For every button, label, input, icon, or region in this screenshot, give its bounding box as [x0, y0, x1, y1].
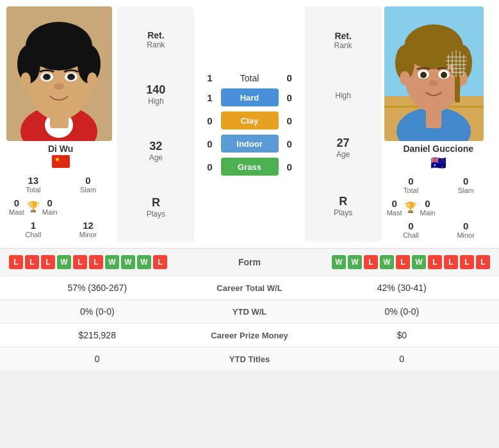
stats-left-val: 57% (360-267): [9, 283, 186, 293]
stats-left-val: 0% (0-0): [9, 306, 186, 317]
stats-left-val: 0: [9, 354, 186, 364]
form-badge: L: [364, 255, 378, 269]
player-left-name: Di Wu: [6, 141, 115, 155]
svg-point-30: [429, 80, 438, 87]
surface-total-row: 1 Total 0: [203, 72, 295, 83]
svg-point-14: [54, 83, 64, 90]
svg-point-13: [70, 75, 73, 78]
player-right-name: Daniel Guccione: [384, 141, 493, 155]
age-left: 32 Age: [149, 140, 163, 162]
player-right-col: Daniel Guccione 🇦🇺 0 Total 0 Slam 0: [384, 6, 493, 242]
stats-right-val: $0: [314, 330, 491, 340]
form-section: LLLWLLWWWL Form WWLWLWLLLL: [0, 248, 499, 276]
stats-right-val: 0: [314, 354, 491, 364]
stat-slam-right: 0 Slam: [439, 174, 493, 195]
form-badge: W: [137, 255, 151, 269]
surface-clay-btn[interactable]: Clay: [221, 112, 279, 129]
stat-minor-right: 0 Minor: [439, 219, 493, 240]
form-badge: W: [57, 255, 71, 269]
form-badge: L: [89, 255, 103, 269]
rank-right: Ret. Rank: [334, 31, 352, 50]
stats-left-val: $215,928: [9, 330, 186, 340]
form-badge: W: [105, 255, 119, 269]
surface-hard-btn[interactable]: Hard: [221, 88, 279, 106]
player-left-flag: [52, 155, 70, 168]
form-badge: W: [121, 255, 135, 269]
middle-stats-right: Ret. Rank High 27 Age R Plays: [305, 6, 382, 242]
svg-point-16: [87, 72, 97, 88]
form-badge: L: [73, 255, 87, 269]
trophy-icon-right: 🏆: [404, 201, 417, 213]
form-badge: L: [396, 255, 410, 269]
player-left-col: Di Wu 13 Total 0 Slam 0 Mast: [6, 6, 115, 242]
main-container: Di Wu 13 Total 0 Slam 0 Mast: [0, 0, 499, 370]
form-badge: L: [476, 255, 490, 269]
stats-row: 0 YTD Titles 0: [0, 347, 499, 370]
stat-chall-left: 1 Chall: [6, 219, 60, 240]
form-badge: L: [9, 255, 23, 269]
player-right-flag: 🇦🇺: [430, 156, 446, 170]
stat-mast-right: 0 Mast 🏆 0 Main: [384, 197, 438, 218]
stats-center-label: Career Total W/L: [186, 283, 314, 293]
top-section: Di Wu 13 Total 0 Slam 0 Mast: [0, 0, 499, 248]
stat-mast-left: 0 Mast 🏆 0 Main: [6, 196, 60, 217]
high-right: High: [335, 86, 351, 100]
svg-point-28: [420, 72, 427, 78]
stats-center-label: YTD Titles: [186, 354, 314, 364]
rank-left: Ret. Rank: [147, 30, 165, 49]
stats-center-label: Career Prize Money: [186, 331, 314, 340]
surface-clay-row: 0 Clay 0: [203, 112, 295, 129]
svg-point-12: [46, 75, 49, 78]
surface-table: 1 Total 0 1 Hard 0 0 Clay 0 0 Indoor 0: [197, 6, 302, 242]
form-badge: W: [332, 255, 346, 269]
middle-stats-left: Ret. Rank 140 High 32 Age R Plays: [117, 6, 194, 242]
svg-rect-33: [455, 64, 460, 103]
trophy-icon-left: 🏆: [27, 201, 40, 213]
plays-left: R Plays: [147, 196, 165, 219]
player-right-stats: 0 Total 0 Slam 0 Mast 🏆 0 Main: [384, 173, 493, 242]
svg-point-29: [441, 72, 447, 78]
stat-minor-left: 12 Minor: [61, 219, 115, 240]
plays-right: R Plays: [334, 195, 352, 217]
player-left-stats: 13 Total 0 Slam 0 Mast 🏆 0 Main: [6, 172, 115, 241]
form-badge: L: [41, 255, 55, 269]
form-badge: L: [428, 255, 442, 269]
stats-row: 57% (360-267) Career Total W/L 42% (30-4…: [0, 276, 499, 299]
svg-point-31: [400, 71, 410, 85]
stats-row: 0% (0-0) YTD W/L 0% (0-0): [0, 299, 499, 323]
stat-chall-right: 0 Chall: [384, 219, 438, 240]
high-left: 140 High: [146, 83, 165, 106]
surface-hard-row: 1 Hard 0: [203, 88, 295, 106]
stat-slam-left: 0 Slam: [61, 174, 115, 195]
stat-total-right: 0 Total: [384, 174, 438, 195]
surface-indoor-btn[interactable]: Indoor: [221, 135, 279, 153]
stats-right-val: 42% (30-41): [314, 283, 491, 293]
form-label: Form: [238, 257, 261, 267]
form-badge: W: [380, 255, 394, 269]
player-left-photo: [6, 6, 112, 141]
surface-grass-row: 0 Grass 0: [203, 158, 295, 176]
form-badge: W: [348, 255, 362, 269]
player-right-photo: [384, 6, 484, 141]
stat-total-left: 13 Total: [6, 174, 60, 195]
surface-indoor-row: 0 Indoor 0: [203, 135, 295, 153]
form-badge: L: [460, 255, 474, 269]
form-badge: L: [153, 255, 167, 269]
age-right: 27 Age: [336, 137, 350, 159]
form-badges-right: WWLWLWLLLL: [332, 255, 490, 269]
form-badge: L: [25, 255, 39, 269]
form-badge: W: [412, 255, 426, 269]
surface-grass-btn[interactable]: Grass: [221, 158, 279, 176]
stats-row: $215,928 Career Prize Money $0: [0, 323, 499, 347]
form-badge: L: [444, 255, 458, 269]
form-badges-left: LLLWLLWWWL: [9, 255, 167, 269]
stats-center-label: YTD W/L: [186, 307, 314, 317]
bottom-stats: 57% (360-267) Career Total W/L 42% (30-4…: [0, 276, 499, 370]
svg-point-15: [20, 72, 31, 88]
stats-right-val: 0% (0-0): [314, 306, 491, 317]
